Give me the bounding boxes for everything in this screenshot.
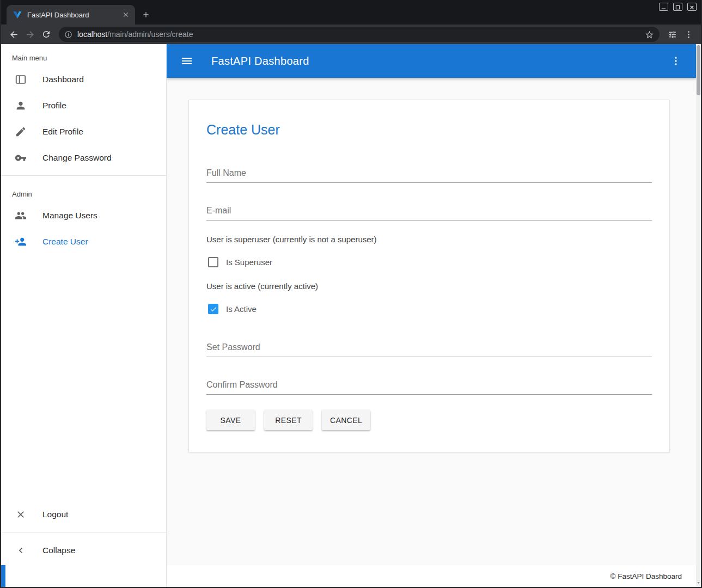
- scrollbar-down-arrow-icon[interactable]: [696, 579, 701, 586]
- window-maximize-button[interactable]: [673, 3, 682, 11]
- sidebar-bottom: Logout Collapse: [1, 501, 166, 564]
- reset-button[interactable]: RESET: [264, 410, 313, 430]
- active-status-text: User is active (currently active): [206, 281, 652, 291]
- close-icon: [689, 2, 694, 12]
- is-superuser-checkbox[interactable]: Is Superuser: [206, 257, 272, 267]
- browser-tab-bar: FastAPI Dashboard: [1, 0, 701, 24]
- full-name-input[interactable]: [206, 166, 652, 183]
- url-host: localhost: [77, 30, 107, 39]
- reload-button[interactable]: [39, 27, 53, 41]
- appbar-overflow-icon[interactable]: [668, 53, 684, 69]
- hamburger-menu-icon[interactable]: [179, 53, 195, 69]
- page-content: Create User User is superuser (currently…: [167, 78, 696, 565]
- dashboard-icon: [14, 73, 27, 86]
- checkbox-checked-icon: [208, 304, 218, 314]
- sidebar-item-create-user[interactable]: Create User: [1, 229, 166, 255]
- vuetify-favicon-icon: [13, 10, 22, 19]
- maximize-icon: [675, 2, 680, 12]
- browser-tab[interactable]: FastAPI Dashboard: [7, 5, 135, 24]
- logout-x-icon: [14, 508, 27, 521]
- sidebar-section-main-menu: Main menu: [1, 44, 166, 66]
- scrollbar-thumb[interactable]: [697, 45, 700, 95]
- tab-title: FastAPI Dashboard: [27, 11, 115, 19]
- sidebar-item-label: Logout: [42, 510, 68, 519]
- checkbox-label: Is Superuser: [226, 258, 272, 267]
- appbar-title: FastAPI Dashboard: [211, 55, 651, 68]
- bookmark-star-icon[interactable]: [645, 30, 654, 39]
- site-info-icon[interactable]: [64, 30, 72, 39]
- sidebar-item-edit-profile[interactable]: Edit Profile: [1, 119, 166, 145]
- checkbox-unchecked-icon: [208, 257, 218, 267]
- sidebar: Main menu Dashboard Profile Edit Profile: [1, 44, 167, 587]
- tab-close-icon[interactable]: [121, 10, 131, 20]
- forward-button[interactable]: [23, 27, 37, 41]
- people-icon: [14, 209, 27, 222]
- person-add-icon: [14, 235, 27, 248]
- form-actions: SAVE RESET CANCEL: [206, 410, 652, 430]
- sidebar-item-dashboard[interactable]: Dashboard: [1, 66, 166, 93]
- chevron-left-icon: [14, 544, 27, 557]
- sidebar-item-label: Change Password: [42, 153, 112, 163]
- superuser-status-text: User is superuser (currently is not a su…: [206, 235, 652, 244]
- footer-accent: [1, 565, 5, 587]
- checkbox-label: Is Active: [226, 304, 257, 314]
- window-controls: [659, 3, 697, 11]
- confirm-password-input[interactable]: [206, 378, 652, 395]
- new-tab-button[interactable]: [138, 7, 154, 22]
- scrollbar[interactable]: [696, 44, 701, 587]
- key-icon: [14, 151, 27, 164]
- set-password-input[interactable]: [206, 340, 652, 357]
- cancel-button[interactable]: CANCEL: [322, 410, 370, 430]
- url-text: localhost/main/admin/users/create: [77, 30, 640, 39]
- create-user-card: Create User User is superuser (currently…: [188, 100, 670, 452]
- browser-toolbar: localhost/main/admin/users/create: [1, 24, 701, 44]
- sidebar-item-label: Manage Users: [42, 211, 97, 220]
- person-icon: [14, 99, 27, 112]
- sidebar-item-label: Dashboard: [42, 75, 84, 84]
- app-root: Main menu Dashboard Profile Edit Profile: [1, 44, 701, 587]
- address-bar[interactable]: localhost/main/admin/users/create: [59, 27, 660, 42]
- sidebar-item-label: Profile: [42, 101, 66, 111]
- sidebar-item-manage-users[interactable]: Manage Users: [1, 203, 166, 229]
- pencil-icon: [14, 125, 27, 138]
- window-minimize-button[interactable]: [659, 3, 668, 11]
- divider: [1, 532, 166, 532]
- main-area: FastAPI Dashboard Create User User is su…: [167, 44, 696, 587]
- app-footer: © FastAPI Dashboard: [167, 565, 696, 587]
- url-path: /main/admin/users/create: [107, 30, 193, 39]
- sidebar-section-admin: Admin: [1, 180, 166, 203]
- back-button[interactable]: [7, 27, 21, 41]
- save-button[interactable]: SAVE: [206, 410, 255, 430]
- is-active-checkbox[interactable]: Is Active: [206, 304, 257, 314]
- page-title: Create User: [206, 122, 652, 138]
- sidebar-collapse-button[interactable]: Collapse: [1, 537, 166, 564]
- email-input[interactable]: [206, 204, 652, 220]
- sidebar-item-label: Collapse: [42, 546, 75, 555]
- sidebar-item-label: Edit Profile: [42, 127, 83, 137]
- browser-menu-icon[interactable]: [681, 27, 695, 41]
- browser-window: FastAPI Dashboard: [0, 0, 702, 588]
- sidebar-item-profile[interactable]: Profile: [1, 93, 166, 119]
- minimize-icon: [661, 2, 666, 12]
- extensions-tune-icon[interactable]: [665, 27, 679, 41]
- window-close-button[interactable]: [687, 3, 697, 11]
- sidebar-item-label: Create User: [42, 237, 88, 247]
- app-bar: FastAPI Dashboard: [167, 44, 696, 78]
- divider: [1, 175, 166, 176]
- sidebar-item-logout[interactable]: Logout: [1, 501, 166, 528]
- copyright-text: © FastAPI Dashboard: [610, 572, 682, 580]
- sidebar-item-change-password[interactable]: Change Password: [1, 145, 166, 171]
